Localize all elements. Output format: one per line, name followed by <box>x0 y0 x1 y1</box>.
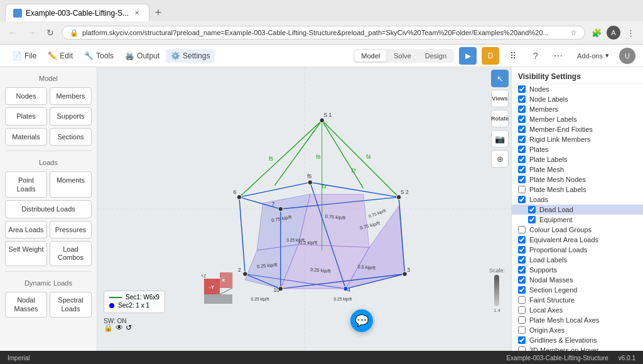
visibility-checkbox-10[interactable] <box>518 186 526 193</box>
mode-design-btn[interactable]: Design <box>419 50 453 62</box>
menu-settings[interactable]: ⚙️ Settings <box>166 49 215 63</box>
visibility-item-19[interactable]: Nodal Masses <box>512 275 643 285</box>
visibility-item-1[interactable]: Node Labels <box>512 94 643 104</box>
plates-btn[interactable]: Plates <box>5 107 47 125</box>
browser-extensions-btn[interactable]: 🧩 <box>589 25 604 40</box>
visibility-item-0[interactable]: Nodes <box>512 84 643 94</box>
visibility-item-24[interactable]: Origin Axes <box>512 325 643 335</box>
visibility-item-20[interactable]: Section Legend <box>512 285 643 295</box>
nodes-btn[interactable]: Nodes <box>5 87 47 105</box>
mode-solve-btn[interactable]: Solve <box>387 50 418 62</box>
visibility-item-10[interactable]: Plate Mesh Labels <box>512 185 643 195</box>
browser-profile-btn[interactable]: A <box>607 26 620 40</box>
load-combos-btn[interactable]: Load Combos <box>50 241 92 266</box>
visibility-checkbox-24[interactable] <box>518 326 526 334</box>
visibility-checkbox-9[interactable] <box>518 176 526 183</box>
browser-tab-close[interactable]: ✕ <box>132 9 141 18</box>
visibility-checkbox-1[interactable] <box>518 95 526 103</box>
menu-edit[interactable]: ✏️ Edit <box>43 49 78 63</box>
solve-btn[interactable]: ▶ <box>459 47 477 65</box>
visibility-item-11[interactable]: Loads <box>512 195 643 205</box>
visibility-checkbox-21[interactable] <box>518 296 526 304</box>
self-weight-btn[interactable]: Self Weight <box>5 241 47 266</box>
rotate-btn[interactable]: Rotate <box>491 110 509 127</box>
visibility-checkbox-17[interactable] <box>518 256 526 264</box>
visibility-checkbox-19[interactable] <box>518 276 526 284</box>
nodal-masses-btn[interactable]: Nodal Masses <box>5 292 47 317</box>
visibility-checkbox-2[interactable] <box>518 105 526 113</box>
spectral-loads-btn[interactable]: Spectral Loads <box>50 292 92 317</box>
visibility-item-14[interactable]: Colour Load Groups <box>512 225 643 235</box>
addons-btn[interactable]: Add-ons ▾ <box>572 50 614 62</box>
visibility-item-17[interactable]: Load Labels <box>512 255 643 265</box>
visibility-item-22[interactable]: Local Axes <box>512 305 643 315</box>
visibility-checkbox-22[interactable] <box>518 306 526 314</box>
menu-output[interactable]: 🖨️ Output <box>120 49 165 63</box>
visibility-item-5[interactable]: Rigid Link Members <box>512 134 643 144</box>
visibility-item-15[interactable]: Equivalent Area Loads <box>512 235 643 245</box>
pressures-btn[interactable]: Pressures <box>50 221 92 238</box>
distributed-loads-btn[interactable]: Distributed Loads <box>5 200 92 218</box>
view-btn[interactable]: Views <box>491 90 509 107</box>
visibility-item-12[interactable]: Dead Load <box>512 205 643 215</box>
visibility-checkbox-25[interactable] <box>518 336 526 344</box>
visibility-item-26[interactable]: 3D Members on Hover <box>512 345 643 351</box>
visibility-item-9[interactable]: Plate Mesh Nodes <box>512 174 643 185</box>
visibility-checkbox-7[interactable] <box>518 156 526 163</box>
browser-refresh-btn[interactable]: ↻ <box>43 25 58 40</box>
design-btn[interactable]: D <box>482 47 499 65</box>
browser-forward-btn[interactable]: → <box>24 25 39 40</box>
visibility-checkbox-23[interactable] <box>518 316 526 324</box>
visibility-item-25[interactable]: Gridlines & Elevations <box>512 335 643 345</box>
visibility-item-2[interactable]: Members <box>512 104 643 114</box>
visibility-checkbox-5[interactable] <box>518 136 526 143</box>
visibility-item-18[interactable]: Supports <box>512 265 643 275</box>
mode-model-btn[interactable]: Model <box>355 50 386 62</box>
visibility-checkbox-14[interactable] <box>518 226 526 233</box>
menu-file[interactable]: 📄 File <box>8 49 41 63</box>
visibility-checkbox-13[interactable] <box>528 216 536 223</box>
supports-btn[interactable]: Supports <box>50 107 92 125</box>
browser-menu-btn[interactable]: ⋮ <box>623 25 638 40</box>
visibility-item-4[interactable]: Member-End Fixities <box>512 124 643 134</box>
visibility-checkbox-8[interactable] <box>518 166 526 173</box>
sections-btn[interactable]: Sections <box>50 128 92 146</box>
visibility-item-8[interactable]: Plate Mesh <box>512 164 643 174</box>
help-btn[interactable]: ? <box>527 47 544 65</box>
visibility-checkbox-18[interactable] <box>518 266 526 274</box>
grid-menu-btn[interactable]: ⠿ <box>504 47 522 65</box>
user-avatar[interactable]: U <box>619 48 635 64</box>
visibility-checkbox-4[interactable] <box>518 126 526 133</box>
browser-new-tab[interactable]: + <box>149 4 167 21</box>
camera-btn[interactable]: 📷 <box>491 130 509 147</box>
members-btn[interactable]: Members <box>50 87 92 105</box>
point-loads-btn[interactable]: Point Loads <box>5 171 47 198</box>
visibility-checkbox-0[interactable] <box>518 85 526 93</box>
apps-btn[interactable]: ⋯ <box>549 47 567 65</box>
visibility-checkbox-20[interactable] <box>518 286 526 294</box>
visibility-checkbox-26[interactable] <box>518 346 526 351</box>
viewport[interactable]: 0.75 kip/ft 0.75 kip/ft 0.25 kip/ft 0.25… <box>97 67 511 351</box>
materials-btn[interactable]: Materials <box>5 128 47 146</box>
browser-back-btn[interactable]: ← <box>5 25 20 40</box>
visibility-checkbox-11[interactable] <box>518 196 526 203</box>
visibility-checkbox-15[interactable] <box>518 236 526 244</box>
visibility-item-23[interactable]: Plate Mesh Local Axes <box>512 315 643 325</box>
fit-btn[interactable]: ⊕ <box>491 150 509 168</box>
visibility-checkbox-16[interactable] <box>518 246 526 254</box>
visibility-item-16[interactable]: Proportional Loads <box>512 245 643 255</box>
browser-tab[interactable]: Example-003-Cable-Lifting-S... ✕ <box>5 4 149 21</box>
browser-url-bar[interactable]: 🔒 platform.skyciv.com/structural?preload… <box>62 26 585 40</box>
visibility-checkbox-3[interactable] <box>518 115 526 123</box>
cursor-tool-btn[interactable]: ↖ <box>491 70 509 87</box>
visibility-item-7[interactable]: Plate Labels <box>512 154 643 164</box>
visibility-item-13[interactable]: Equipment <box>512 215 643 225</box>
moments-btn[interactable]: Moments <box>50 171 92 198</box>
visibility-item-6[interactable]: Plates <box>512 144 643 154</box>
visibility-item-21[interactable]: Faint Structure <box>512 295 643 305</box>
menu-tools[interactable]: 🔧 Tools <box>79 49 119 63</box>
chat-support-btn[interactable]: 💬 <box>350 309 373 332</box>
visibility-checkbox-6[interactable] <box>518 146 526 153</box>
visibility-checkbox-12[interactable] <box>528 206 536 213</box>
visibility-item-3[interactable]: Member Labels <box>512 114 643 124</box>
